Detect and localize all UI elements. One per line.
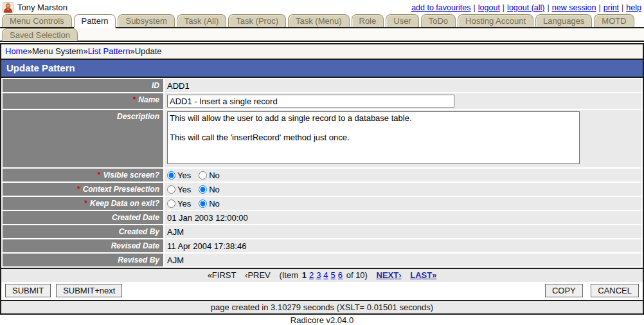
name-field[interactable] <box>167 95 454 107</box>
tab-motd[interactable]: MOTD <box>594 14 634 27</box>
pagination-bar: «FIRST ‹PREV (Item 123456 of 10) NEXT› L… <box>1 268 643 282</box>
tab-pattern[interactable]: Pattern <box>74 14 116 28</box>
app-version: Radicore v2.04.0 <box>0 315 644 325</box>
yes-option-label[interactable]: Yes <box>177 199 191 209</box>
top-header: Tony Marston add to favourites|logout|lo… <box>0 0 644 14</box>
submit-button[interactable]: SUBMIT <box>5 284 51 297</box>
tab-hosting-account[interactable]: Hosting Account <box>458 14 533 27</box>
page-link-3[interactable]: 3 <box>316 270 321 280</box>
tab-user[interactable]: User <box>386 14 418 27</box>
yes-option-label[interactable]: Yes <box>177 185 191 194</box>
tab-task-menu[interactable]: Task (Menu) <box>288 14 350 27</box>
logged-in-user: Tony Marston <box>17 3 67 12</box>
timing-footer: page created in 3.10279 seconds (XSLT= 0… <box>1 300 643 313</box>
link-separator: | <box>500 3 507 12</box>
revised-date-value: 11 Apr 2004 17:38:46 <box>165 239 641 252</box>
keep-data-radio-group: Yes No <box>167 199 639 209</box>
table-row-description: Description This will allow the user to … <box>3 110 641 167</box>
created-by-value: AJM <box>165 225 641 238</box>
table-row-revised-date: Revised Date 11 Apr 2004 17:38:46 <box>3 239 641 252</box>
breadcrumb-menu-system: Menu System <box>32 46 83 56</box>
context-preselection-yes-radio[interactable] <box>167 185 175 194</box>
table-row-context-preselection: *Context Preselection Yes No <box>3 183 641 196</box>
context-preselection-no-radio[interactable] <box>199 185 207 194</box>
breadcrumb-separator: » <box>83 46 87 56</box>
revised-by-label: Revised By <box>3 254 163 266</box>
link-logout[interactable]: logout <box>478 3 500 12</box>
header-links: add to favourites|logout|logout (all)|ne… <box>411 3 641 12</box>
context-preselection-radio-group: Yes No <box>167 185 639 194</box>
name-label: *Name <box>3 93 163 109</box>
main-content-box: Home»Menu System»List Pattern»Update Upd… <box>0 43 644 315</box>
required-marker: * <box>77 185 83 194</box>
tab-saved-selection[interactable]: Saved Selection <box>2 28 78 41</box>
tab-menu-controls[interactable]: Menu Controls <box>2 14 72 27</box>
link-logout-all[interactable]: logout (all) <box>507 3 544 12</box>
next-page-link[interactable]: NEXT› <box>377 270 402 280</box>
breadcrumb-list-pattern[interactable]: List Pattern <box>88 46 130 56</box>
tab-subsystem[interactable]: Subsystem <box>118 14 174 27</box>
id-label: ID <box>3 79 163 92</box>
visible-screen-radio-group: Yes No <box>167 171 639 180</box>
link-separator: | <box>471 3 478 12</box>
breadcrumb: Home»Menu System»List Pattern»Update <box>1 44 643 60</box>
context-preselection-label: *Context Preselection <box>3 183 163 196</box>
revised-by-value: AJM <box>165 254 641 266</box>
keep-data-yes-radio[interactable] <box>167 200 175 208</box>
keep-data-label: *Keep Data on exit? <box>3 197 163 210</box>
item-prefix: (Item <box>279 270 298 280</box>
person-icon <box>3 2 13 13</box>
no-option-label[interactable]: No <box>209 185 220 194</box>
link-help[interactable]: help <box>626 3 641 12</box>
yes-option-label[interactable]: Yes <box>177 171 191 180</box>
table-row-name: *Name <box>3 93 641 109</box>
breadcrumb-separator: » <box>130 46 134 56</box>
breadcrumb-update: Update <box>135 46 162 56</box>
tab-role[interactable]: Role <box>352 14 384 27</box>
main-tab-bar: Menu ControlsPatternSubsystemTask (All)T… <box>0 14 644 28</box>
no-option-label[interactable]: No <box>209 199 220 209</box>
breadcrumb-home[interactable]: Home <box>5 46 28 56</box>
created-by-label: Created By <box>3 225 163 238</box>
table-row-keep-data: *Keep Data on exit? Yes No <box>3 197 641 210</box>
keep-data-no-radio[interactable] <box>199 200 207 208</box>
link-separator: | <box>619 3 626 12</box>
cancel-button[interactable]: CANCEL <box>591 284 639 297</box>
prev-page-control: ‹PREV <box>245 270 271 280</box>
update-form: ID ADD1 *Name Description This will allo… <box>1 78 643 268</box>
required-marker: * <box>84 199 90 208</box>
secondary-tab-bar: Saved Selection <box>0 28 644 42</box>
table-row-created-date: Created Date 01 Jan 2003 12:00:00 <box>3 211 641 224</box>
page-link-6[interactable]: 6 <box>338 270 343 280</box>
tab-todo[interactable]: ToDo <box>421 14 456 27</box>
tab-task-all[interactable]: Task (All) <box>177 14 226 27</box>
page-link-2[interactable]: 2 <box>309 270 314 280</box>
table-row-visible-screen: *Visible screen? Yes No <box>3 169 641 181</box>
link-print[interactable]: print <box>604 3 619 12</box>
revised-date-label: Revised Date <box>3 239 163 252</box>
table-row-created-by: Created By AJM <box>3 225 641 238</box>
description-field[interactable]: This will allow the user to add a single… <box>167 111 580 164</box>
visible-screen-label: *Visible screen? <box>3 169 163 181</box>
link-separator: | <box>544 3 551 12</box>
copy-button[interactable]: COPY <box>545 284 583 297</box>
no-option-label[interactable]: No <box>209 171 220 180</box>
breadcrumb-separator: » <box>28 46 32 56</box>
page-link-5[interactable]: 5 <box>331 270 335 280</box>
visible-screen-yes-radio[interactable] <box>167 171 175 180</box>
id-value: ADD1 <box>165 79 641 92</box>
description-label: Description <box>3 110 163 167</box>
action-button-row: SUBMIT SUBMIT+next COPY CANCEL <box>1 282 643 300</box>
right-button-group: COPY CANCEL <box>540 284 639 297</box>
link-separator: | <box>596 3 604 12</box>
submit-next-button[interactable]: SUBMIT+next <box>56 284 122 297</box>
table-row-revised-by: Revised By AJM <box>3 254 641 266</box>
visible-screen-no-radio[interactable] <box>199 171 207 180</box>
tab-task-proc[interactable]: Task (Proc) <box>228 14 286 27</box>
tab-languages[interactable]: Languages <box>535 14 592 27</box>
link-new-session[interactable]: new session <box>552 3 596 12</box>
page-link-4[interactable]: 4 <box>323 270 328 280</box>
last-page-link[interactable]: LAST» <box>410 270 436 280</box>
required-marker: * <box>133 95 139 104</box>
link-add-to-favourites[interactable]: add to favourites <box>411 3 470 12</box>
